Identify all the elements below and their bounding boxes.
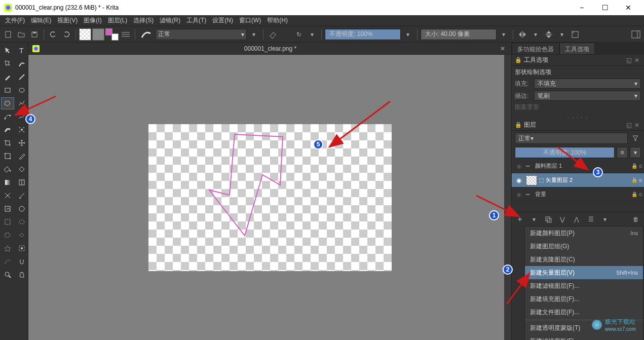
tool-freehand-path[interactable]: [15, 110, 28, 123]
menu-filter[interactable]: 滤镜(R): [157, 15, 183, 26]
menu-settings[interactable]: 设置(N): [209, 15, 236, 26]
tool-crop[interactable]: [1, 137, 14, 149]
menu-file[interactable]: 文件(F): [2, 15, 28, 26]
mirror-v-button[interactable]: [543, 28, 555, 41]
canvas[interactable]: [148, 124, 392, 271]
menu-layer[interactable]: 图层(L): [105, 15, 131, 26]
minimize-button[interactable]: −: [570, 0, 593, 15]
save-file-button[interactable]: [28, 28, 41, 41]
pattern-swatch-1[interactable]: [79, 28, 91, 41]
tool-calligraphy[interactable]: [15, 58, 28, 70]
blend-mode-dropdown[interactable]: 正常 ▾: [156, 29, 247, 40]
tool-dyna[interactable]: [1, 124, 14, 136]
visibility-icon[interactable]: ◉: [514, 163, 524, 170]
gradient-button[interactable]: [120, 28, 132, 41]
float-icon[interactable]: ◱: [625, 122, 633, 129]
menu-view[interactable]: 视图(V): [54, 15, 81, 26]
tool-reference[interactable]: [1, 203, 14, 215]
layer-row[interactable]: ◉ ━ 背景 🔒 α: [512, 187, 644, 202]
tool-select-magnetic[interactable]: [15, 255, 28, 268]
tool-select-freehand[interactable]: [15, 229, 28, 241]
tool-zoom[interactable]: [1, 269, 14, 281]
tool-smart-fill[interactable]: [15, 163, 28, 175]
tool-gradient[interactable]: [1, 176, 14, 188]
cm-new-filter-mask[interactable]: 新建滤镜蒙版(F)...: [525, 334, 643, 340]
tool-transform[interactable]: [1, 45, 14, 57]
tool-select-bezier[interactable]: [1, 255, 14, 268]
layer-opacity-slider[interactable]: 不透明度: 100%: [515, 147, 615, 158]
reload-preset-button[interactable]: ↻: [293, 28, 305, 41]
tool-move[interactable]: [15, 137, 28, 149]
layer-row[interactable]: ◉ ⬚ 矢量图层 2 🔒 α: [512, 173, 644, 187]
vertical-scrollbar[interactable]: [504, 55, 511, 340]
opacity-slider[interactable]: 不透明度: 100%: [325, 29, 401, 40]
tool-select-rect[interactable]: [1, 216, 14, 228]
tool-edit-shapes[interactable]: [1, 58, 14, 70]
workspace-button[interactable]: [630, 28, 642, 41]
size-extra-button[interactable]: ▾: [498, 28, 510, 41]
tool-select-similar[interactable]: [15, 242, 28, 254]
undo-button[interactable]: [47, 28, 59, 41]
opacity-extra-button[interactable]: ▾: [402, 28, 414, 41]
cm-new-file-layer[interactable]: 新建文件图层(F)...: [525, 306, 643, 319]
tool-transform-tool[interactable]: [1, 150, 14, 162]
stroke-dropdown[interactable]: 笔刷 ▾: [534, 91, 641, 101]
lock-icon[interactable]: 🔒: [515, 57, 522, 63]
pattern-swatch-2[interactable]: [92, 28, 104, 41]
layer-extra-button[interactable]: ▾: [630, 147, 641, 158]
tool-fill[interactable]: [1, 163, 14, 175]
mirror-h-extra[interactable]: ▾: [529, 28, 542, 41]
close-panel-icon[interactable]: ✕: [633, 122, 641, 129]
layer-lock-icons[interactable]: 🔒 α: [631, 192, 642, 197]
tool-polyline[interactable]: [15, 97, 28, 109]
layer-menu-button[interactable]: ≡: [617, 147, 628, 158]
layer-props-menu[interactable]: ▾: [600, 214, 610, 224]
redo-button[interactable]: [60, 28, 72, 41]
tool-multibrush[interactable]: [15, 124, 28, 136]
layer-up-button[interactable]: ⋀: [572, 214, 582, 224]
cm-new-group[interactable]: 新建图层组(G): [525, 240, 643, 253]
cm-new-fill-layer[interactable]: 新建填充图层(F)...: [525, 292, 643, 306]
new-file-button[interactable]: [2, 28, 14, 41]
tool-line[interactable]: [15, 71, 28, 83]
tool-select-contiguous[interactable]: [1, 242, 14, 254]
tool-bezier[interactable]: [1, 110, 14, 123]
tool-assistant[interactable]: [1, 190, 14, 202]
document-tab-close[interactable]: ✕: [498, 45, 507, 52]
tool-smart-patch[interactable]: [15, 203, 28, 215]
close-panel-icon[interactable]: ✕: [633, 57, 641, 64]
mirror-h-button[interactable]: [516, 28, 528, 41]
layer-filter-button[interactable]: [630, 133, 641, 144]
tool-measure[interactable]: [15, 190, 28, 202]
close-button[interactable]: ✕: [617, 0, 640, 15]
cm-new-paint-layer[interactable]: 新建颜料图层(P) Ins: [525, 226, 643, 240]
float-icon[interactable]: ◱: [625, 57, 633, 64]
menu-window[interactable]: 窗口(W): [236, 15, 264, 26]
cm-new-vector-layer[interactable]: 新建矢量图层(V) Shift+Ins: [525, 266, 643, 279]
tool-polygon[interactable]: [1, 97, 14, 109]
menu-help[interactable]: 帮助(H): [264, 15, 291, 26]
menu-edit[interactable]: 编辑(E): [28, 15, 54, 26]
tool-pan[interactable]: [15, 269, 28, 281]
preset-extra-button[interactable]: ▾: [306, 28, 318, 41]
tool-brush[interactable]: [1, 71, 14, 83]
layer-lock-icons[interactable]: 🔒 α: [631, 163, 642, 169]
layer-lock-icons[interactable]: 🔒 α: [631, 177, 642, 183]
visibility-icon[interactable]: ◉: [514, 191, 524, 198]
tool-ellipse[interactable]: [15, 84, 28, 96]
tool-pattern-edit[interactable]: [15, 176, 28, 188]
tab-tool-options[interactable]: 工具选项: [559, 43, 595, 55]
alpha-lock-button[interactable]: [280, 28, 292, 41]
cm-new-clone-layer[interactable]: 新建克隆图层(C): [525, 253, 643, 266]
open-file-button[interactable]: [15, 28, 27, 41]
fill-dropdown[interactable]: 不填充 ▾: [534, 79, 641, 89]
eraser-button[interactable]: [267, 28, 279, 41]
document-tab[interactable]: 000001_clear.png * ✕: [28, 43, 511, 55]
brush-preset-button[interactable]: [138, 28, 155, 41]
color-selector[interactable]: [105, 28, 119, 41]
lock-icon[interactable]: 🔒: [515, 122, 522, 128]
blend-mode-extra-button[interactable]: ▾: [248, 28, 260, 41]
layer-row[interactable]: ◉ ━ 颜料图层 1 🔒 α: [512, 159, 644, 173]
tool-select-polygon[interactable]: [1, 229, 14, 241]
tool-color-picker[interactable]: [15, 150, 28, 162]
